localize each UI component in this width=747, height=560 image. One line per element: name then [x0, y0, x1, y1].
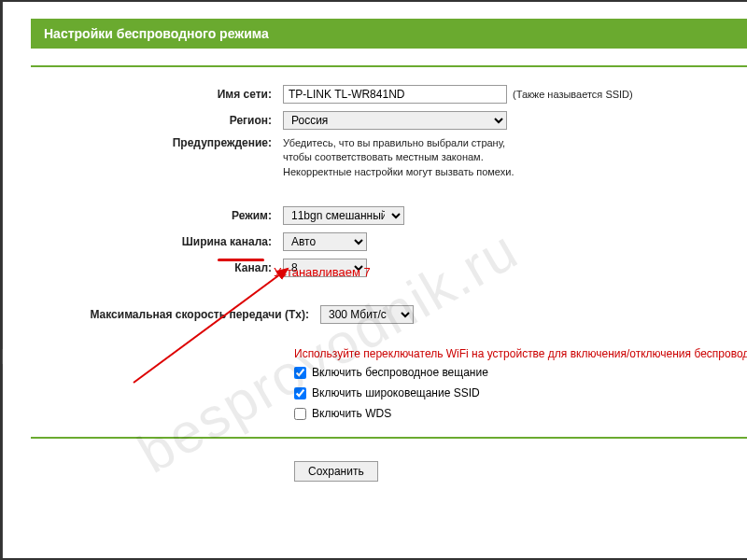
txrate-label: Максимальная скорость передачи (Tx):	[31, 308, 320, 321]
wifi-switch-note: Используйте переключатель WiFi на устрой…	[294, 347, 747, 360]
page-title: Настройки беспроводного режима	[31, 19, 747, 49]
channel-select[interactable]: 8	[283, 259, 367, 277]
channel-label: Канал:	[31, 261, 283, 274]
region-select[interactable]: Россия	[283, 111, 507, 130]
save-button[interactable]: Сохранить	[294, 461, 378, 482]
warning-text: Убедитесь, что вы правильно выбрали стра…	[283, 136, 514, 179]
arrow-annotation-icon	[115, 261, 302, 392]
channel-width-select[interactable]: Авто	[283, 232, 367, 251]
divider	[31, 437, 747, 439]
wireless-broadcast-checkbox[interactable]	[294, 367, 306, 379]
content-area: Настройки беспроводного режима Имя сети:…	[3, 2, 747, 558]
ssid-hint: (Также называется SSID)	[513, 89, 633, 100]
warning-label: Предупреждение:	[31, 136, 283, 149]
mode-label: Режим:	[31, 209, 283, 222]
wireless-broadcast-label: Включить беспроводное вещание	[312, 366, 488, 379]
txrate-select[interactable]: 300 Мбит/с	[320, 305, 414, 324]
wds-checkbox[interactable]	[294, 408, 306, 420]
ssid-input[interactable]	[283, 85, 507, 104]
region-label: Регион:	[31, 114, 283, 127]
ssid-label: Имя сети:	[31, 88, 283, 101]
wds-label: Включить WDS	[312, 407, 391, 420]
mode-select[interactable]: 11bgn смешанный	[283, 206, 404, 225]
channel-width-label: Ширина канала:	[31, 235, 283, 248]
ssid-broadcast-checkbox[interactable]	[294, 387, 306, 399]
ssid-broadcast-label: Включить широковещание SSID	[312, 386, 480, 399]
divider	[31, 65, 747, 67]
